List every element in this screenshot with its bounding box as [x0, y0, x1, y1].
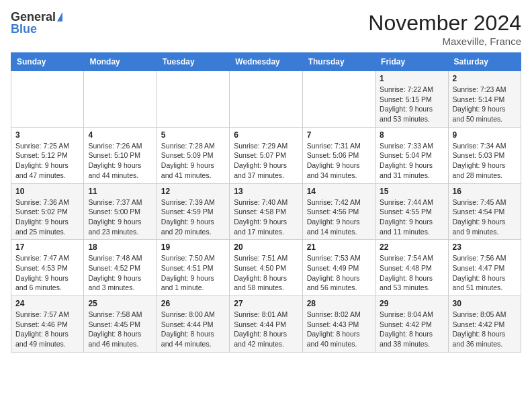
calendar-cell — [230, 71, 302, 128]
weekday-header-row: SundayMondayTuesdayWednesdayThursdayFrid… — [11, 53, 521, 71]
calendar-cell: 29Sunrise: 8:04 AMSunset: 4:42 PMDayligh… — [375, 296, 448, 353]
calendar-row-1: 1Sunrise: 7:22 AMSunset: 5:15 PMDaylight… — [11, 71, 521, 128]
day-number: 13 — [234, 187, 298, 196]
day-number: 11 — [88, 187, 152, 196]
day-info: Sunrise: 7:47 AMSunset: 4:53 PMDaylight:… — [15, 253, 79, 293]
day-info: Sunrise: 7:33 AMSunset: 5:04 PMDaylight:… — [380, 141, 443, 181]
day-info: Sunrise: 7:25 AMSunset: 5:12 PMDaylight:… — [15, 141, 79, 181]
day-info: Sunrise: 7:58 AMSunset: 4:45 PMDaylight:… — [88, 310, 152, 349]
day-info: Sunrise: 7:28 AMSunset: 5:09 PMDaylight:… — [161, 141, 225, 181]
calendar-cell: 23Sunrise: 7:56 AMSunset: 4:47 PMDayligh… — [448, 240, 521, 296]
day-number: 18 — [88, 242, 152, 252]
calendar-cell: 4Sunrise: 7:26 AMSunset: 5:10 PMDaylight… — [84, 127, 157, 183]
day-info: Sunrise: 7:31 AMSunset: 5:06 PMDaylight:… — [307, 141, 371, 181]
weekday-header-saturday: Saturday — [448, 53, 521, 71]
calendar-cell: 15Sunrise: 7:44 AMSunset: 4:55 PMDayligh… — [375, 183, 448, 240]
calendar-cell — [84, 71, 157, 128]
calendar-cell: 11Sunrise: 7:37 AMSunset: 5:00 PMDayligh… — [84, 183, 157, 240]
calendar-cell: 26Sunrise: 8:00 AMSunset: 4:44 PMDayligh… — [157, 296, 229, 353]
weekday-header-tuesday: Tuesday — [157, 53, 229, 71]
calendar-cell: 17Sunrise: 7:47 AMSunset: 4:53 PMDayligh… — [11, 240, 84, 296]
calendar-cell: 13Sunrise: 7:40 AMSunset: 4:58 PMDayligh… — [230, 183, 302, 240]
calendar-cell: 5Sunrise: 7:28 AMSunset: 5:09 PMDaylight… — [157, 127, 229, 183]
day-number: 5 — [161, 130, 225, 140]
calendar-cell: 28Sunrise: 8:02 AMSunset: 4:43 PMDayligh… — [302, 296, 375, 353]
day-number: 8 — [380, 130, 443, 140]
day-number: 19 — [161, 242, 225, 252]
calendar-cell: 3Sunrise: 7:25 AMSunset: 5:12 PMDaylight… — [11, 127, 84, 183]
day-info: Sunrise: 7:34 AMSunset: 5:03 PMDaylight:… — [453, 141, 517, 181]
calendar-cell: 30Sunrise: 8:05 AMSunset: 4:42 PMDayligh… — [448, 296, 521, 353]
day-number: 6 — [234, 130, 298, 140]
day-info: Sunrise: 7:51 AMSunset: 4:50 PMDaylight:… — [234, 253, 298, 293]
day-number: 16 — [453, 187, 517, 196]
day-info: Sunrise: 7:45 AMSunset: 4:54 PMDaylight:… — [453, 197, 517, 237]
calendar-row-3: 10Sunrise: 7:36 AMSunset: 5:02 PMDayligh… — [11, 183, 521, 240]
calendar-cell: 6Sunrise: 7:29 AMSunset: 5:07 PMDaylight… — [230, 127, 302, 183]
day-info: Sunrise: 7:23 AMSunset: 5:14 PMDaylight:… — [453, 85, 517, 124]
day-number: 28 — [307, 299, 371, 308]
calendar-cell: 25Sunrise: 7:58 AMSunset: 4:45 PMDayligh… — [84, 296, 157, 353]
day-number: 30 — [453, 299, 517, 308]
day-info: Sunrise: 8:04 AMSunset: 4:42 PMDaylight:… — [380, 310, 443, 349]
day-number: 27 — [234, 299, 298, 308]
calendar-cell: 19Sunrise: 7:50 AMSunset: 4:51 PMDayligh… — [157, 240, 229, 296]
day-number: 25 — [88, 299, 152, 308]
day-info: Sunrise: 7:22 AMSunset: 5:15 PMDaylight:… — [380, 85, 443, 124]
calendar-cell: 7Sunrise: 7:31 AMSunset: 5:06 PMDaylight… — [302, 127, 375, 183]
calendar-cell: 14Sunrise: 7:42 AMSunset: 4:56 PMDayligh… — [302, 183, 375, 240]
day-number: 7 — [307, 130, 371, 140]
day-number: 26 — [161, 299, 225, 308]
day-info: Sunrise: 8:00 AMSunset: 4:44 PMDaylight:… — [161, 310, 225, 349]
calendar-cell: 2Sunrise: 7:23 AMSunset: 5:14 PMDaylight… — [448, 71, 521, 128]
day-number: 12 — [161, 187, 225, 196]
calendar-cell: 12Sunrise: 7:39 AMSunset: 4:59 PMDayligh… — [157, 183, 229, 240]
title-block: November 2024 Maxeville, France — [368, 11, 521, 47]
day-number: 23 — [453, 242, 517, 252]
day-info: Sunrise: 7:57 AMSunset: 4:46 PMDaylight:… — [15, 310, 79, 349]
day-number: 1 — [380, 74, 443, 83]
logo: General Blue — [11, 11, 62, 35]
calendar-cell: 10Sunrise: 7:36 AMSunset: 5:02 PMDayligh… — [11, 183, 84, 240]
weekday-header-thursday: Thursday — [302, 53, 375, 71]
calendar: SundayMondayTuesdayWednesdayThursdayFrid… — [11, 52, 521, 353]
day-info: Sunrise: 7:53 AMSunset: 4:49 PMDaylight:… — [307, 253, 371, 293]
calendar-cell: 9Sunrise: 7:34 AMSunset: 5:03 PMDaylight… — [448, 127, 521, 183]
day-number: 17 — [15, 242, 79, 252]
calendar-cell: 27Sunrise: 8:01 AMSunset: 4:44 PMDayligh… — [230, 296, 302, 353]
day-info: Sunrise: 8:05 AMSunset: 4:42 PMDaylight:… — [453, 310, 517, 349]
day-info: Sunrise: 7:29 AMSunset: 5:07 PMDaylight:… — [234, 141, 298, 181]
calendar-cell: 16Sunrise: 7:45 AMSunset: 4:54 PMDayligh… — [448, 183, 521, 240]
calendar-cell — [11, 71, 84, 128]
header: General Blue November 2024 Maxeville, Fr… — [11, 11, 521, 47]
day-number: 24 — [15, 299, 79, 308]
weekday-header-sunday: Sunday — [11, 53, 84, 71]
day-number: 21 — [307, 242, 371, 252]
weekday-header-wednesday: Wednesday — [230, 53, 302, 71]
calendar-row-5: 24Sunrise: 7:57 AMSunset: 4:46 PMDayligh… — [11, 296, 521, 353]
calendar-row-2: 3Sunrise: 7:25 AMSunset: 5:12 PMDaylight… — [11, 127, 521, 183]
day-info: Sunrise: 7:42 AMSunset: 4:56 PMDaylight:… — [307, 197, 371, 237]
day-info: Sunrise: 7:56 AMSunset: 4:47 PMDaylight:… — [453, 253, 517, 293]
logo-blue-text: Blue — [11, 23, 37, 35]
logo-general-text: General — [11, 11, 56, 23]
day-number: 2 — [453, 74, 517, 83]
calendar-cell: 1Sunrise: 7:22 AMSunset: 5:15 PMDaylight… — [375, 71, 448, 128]
day-info: Sunrise: 7:50 AMSunset: 4:51 PMDaylight:… — [161, 253, 225, 293]
day-info: Sunrise: 7:48 AMSunset: 4:52 PMDaylight:… — [88, 253, 152, 293]
calendar-cell: 21Sunrise: 7:53 AMSunset: 4:49 PMDayligh… — [302, 240, 375, 296]
day-number: 14 — [307, 187, 371, 196]
calendar-cell: 20Sunrise: 7:51 AMSunset: 4:50 PMDayligh… — [230, 240, 302, 296]
day-info: Sunrise: 7:54 AMSunset: 4:48 PMDaylight:… — [380, 253, 443, 293]
day-number: 15 — [380, 187, 443, 196]
day-info: Sunrise: 7:44 AMSunset: 4:55 PMDaylight:… — [380, 197, 443, 237]
day-info: Sunrise: 7:37 AMSunset: 5:00 PMDaylight:… — [88, 197, 152, 237]
day-info: Sunrise: 7:39 AMSunset: 4:59 PMDaylight:… — [161, 197, 225, 237]
day-number: 29 — [380, 299, 443, 308]
logo-triangle-icon — [57, 12, 62, 21]
day-number: 10 — [15, 187, 79, 196]
calendar-row-4: 17Sunrise: 7:47 AMSunset: 4:53 PMDayligh… — [11, 240, 521, 296]
calendar-cell: 24Sunrise: 7:57 AMSunset: 4:46 PMDayligh… — [11, 296, 84, 353]
weekday-header-friday: Friday — [375, 53, 448, 71]
day-number: 22 — [380, 242, 443, 252]
